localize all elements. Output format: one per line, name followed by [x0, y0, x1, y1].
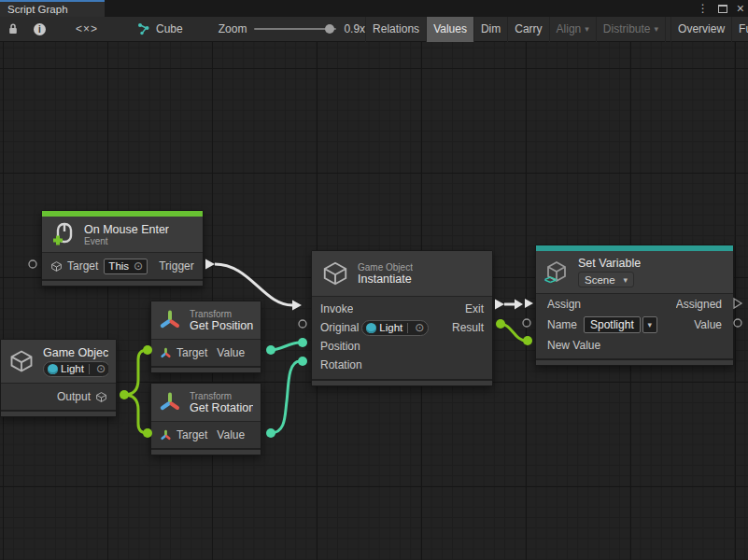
- script-graph-window: Script Graph ⋮ × i <×>: [0, 0, 748, 560]
- node-header: On Mouse Enter Event: [42, 217, 203, 252]
- variable-name-dropdown[interactable]: ▾: [642, 316, 657, 333]
- chevron-down-icon: ▾: [585, 24, 589, 34]
- newvalue-in-port[interactable]: [523, 336, 532, 345]
- port-row: New Value: [536, 335, 733, 355]
- node-footer: [42, 279, 203, 286]
- target-port-label: Target: [176, 346, 207, 359]
- zoom-control: Zoom 0.9x: [219, 22, 365, 35]
- wire-rotation-value[interactable]: [271, 361, 300, 433]
- overview-button[interactable]: Overview: [670, 17, 731, 42]
- assigned-out-port[interactable]: [734, 299, 741, 308]
- zoom-slider-handle[interactable]: [325, 24, 334, 34]
- node-header: Game Object Light ⊙: [1, 340, 116, 383]
- node-set-variable[interactable]: <> Set Variable Scene ▾ Assign Assigned: [535, 245, 734, 366]
- mouseenter-target-port[interactable]: [29, 260, 36, 268]
- object-name: Light: [61, 363, 84, 374]
- node-title: Game Object: [43, 346, 108, 359]
- values-toggle[interactable]: Values: [426, 17, 473, 42]
- light-icon: [48, 364, 58, 374]
- dim-toggle[interactable]: Dim: [473, 17, 507, 42]
- node-footer: [1, 410, 116, 416]
- object-picker-icon[interactable]: ⊙: [134, 259, 143, 273]
- wire-result-to-newvalue[interactable]: [501, 324, 526, 341]
- show-code-button[interactable]: <×>: [68, 17, 106, 42]
- port-row: Invoke Exit: [312, 300, 492, 318]
- value-out-port[interactable]: [734, 319, 741, 327]
- node-footer: [536, 358, 733, 365]
- maximize-icon[interactable]: [718, 5, 727, 13]
- object-picker-icon[interactable]: ⊙: [96, 362, 106, 375]
- port-row: Position: [312, 337, 492, 356]
- code-icon: <×>: [76, 22, 98, 35]
- light-icon: [366, 323, 376, 333]
- trigger-port-label: Trigger: [159, 259, 194, 273]
- distribute-menu[interactable]: Distribute ▾: [596, 17, 665, 42]
- wire-output-to-getrotation-target[interactable]: [124, 395, 148, 433]
- cube-icon: [321, 259, 349, 287]
- zoom-slider[interactable]: [254, 28, 336, 30]
- close-icon[interactable]: ×: [737, 4, 744, 13]
- invoke-in-port[interactable]: [292, 301, 302, 311]
- align-menu[interactable]: Align ▾: [549, 17, 596, 42]
- assign-in-port[interactable]: [525, 299, 533, 308]
- assigned-port-label: Assigned: [676, 298, 722, 311]
- port-row: Target Value: [151, 422, 261, 448]
- position-in-port[interactable]: [298, 338, 307, 347]
- port-row: Name Spotlight ▾ Value: [536, 315, 733, 335]
- variable-name-value: Spotlight: [590, 318, 634, 331]
- result-out-port[interactable]: [496, 319, 505, 329]
- wire-output-to-getposition-target[interactable]: [124, 350, 148, 395]
- window-menu-icon[interactable]: ⋮: [698, 2, 709, 15]
- light-object-chip[interactable]: Light ⊙: [43, 361, 108, 377]
- original-in-port[interactable]: [299, 320, 306, 328]
- variable-name-field[interactable]: Spotlight: [584, 316, 641, 333]
- node-category: Game Object: [358, 262, 413, 273]
- light-object-chip[interactable]: Light ⊙: [361, 320, 429, 336]
- node-header: Game Object Instantiate: [312, 251, 492, 296]
- graph-icon: [137, 22, 150, 35]
- lock-button[interactable]: [0, 17, 26, 42]
- variable-icon: <>: [545, 260, 570, 285]
- node-title: Instantiate: [358, 273, 413, 286]
- object-picker-icon[interactable]: ⊙: [415, 321, 424, 334]
- output-port-label: Output: [57, 390, 91, 403]
- node-instantiate[interactable]: Game Object Instantiate Invoke Exit Orig…: [311, 250, 493, 386]
- chip-divider: [407, 323, 408, 333]
- output-out-port[interactable]: [120, 390, 129, 399]
- position-port-label: Position: [320, 340, 360, 353]
- carry-toggle[interactable]: Carry: [507, 17, 548, 42]
- target-value: This: [108, 260, 129, 272]
- node-game-object-literal[interactable]: Game Object Light ⊙ Output: [0, 339, 117, 417]
- exit-out-port[interactable]: [495, 300, 504, 310]
- wire-position-value[interactable]: [271, 343, 300, 350]
- distribute-label: Distribute: [603, 22, 651, 35]
- exit-port-label: Exit: [465, 302, 484, 315]
- getrotation-value-port[interactable]: [266, 428, 275, 438]
- wire-trigger-to-invoke[interactable]: [215, 264, 292, 305]
- tab-bar: Script Graph ⋮ ×: [0, 0, 748, 17]
- target-port-label: Target: [176, 428, 207, 441]
- rotation-in-port[interactable]: [298, 357, 307, 366]
- inspect-button[interactable]: i: [26, 17, 53, 42]
- node-get-position[interactable]: Transform Get Position Target Value: [150, 301, 261, 373]
- port-row: Original Light ⊙ Result: [312, 318, 492, 337]
- getposition-value-port[interactable]: [266, 345, 275, 355]
- variable-scope-dropdown[interactable]: Scene ▾: [578, 272, 634, 287]
- node-title: Set Variable: [578, 257, 641, 270]
- tab-script-graph[interactable]: Script Graph: [0, 0, 105, 17]
- node-category: Transform: [190, 309, 253, 319]
- graph-canvas[interactable]: On Mouse Enter Event Target This ⊙ Trigg…: [0, 42, 748, 560]
- fullscreen-button[interactable]: Full Screen: [731, 17, 748, 42]
- graph-toolbar: i <×> Cube Zoom 0.9x Relations Values: [0, 17, 748, 42]
- trigger-out-port[interactable]: [205, 259, 215, 270]
- name-in-port[interactable]: [523, 319, 530, 327]
- invoke-port-label: Invoke: [320, 302, 353, 315]
- node-on-mouse-enter[interactable]: On Mouse Enter Event Target This ⊙ Trigg…: [41, 210, 204, 287]
- node-title: On Mouse Enter: [84, 223, 169, 236]
- node-subtitle: Event: [84, 236, 169, 246]
- relations-toggle[interactable]: Relations: [365, 17, 426, 42]
- node-get-rotation[interactable]: Transform Get Rotation Target Value: [150, 383, 261, 455]
- graph-breadcrumb[interactable]: Cube: [137, 22, 183, 35]
- chevron-down-icon: ▾: [647, 320, 652, 329]
- target-value-chip[interactable]: This ⊙: [104, 259, 148, 274]
